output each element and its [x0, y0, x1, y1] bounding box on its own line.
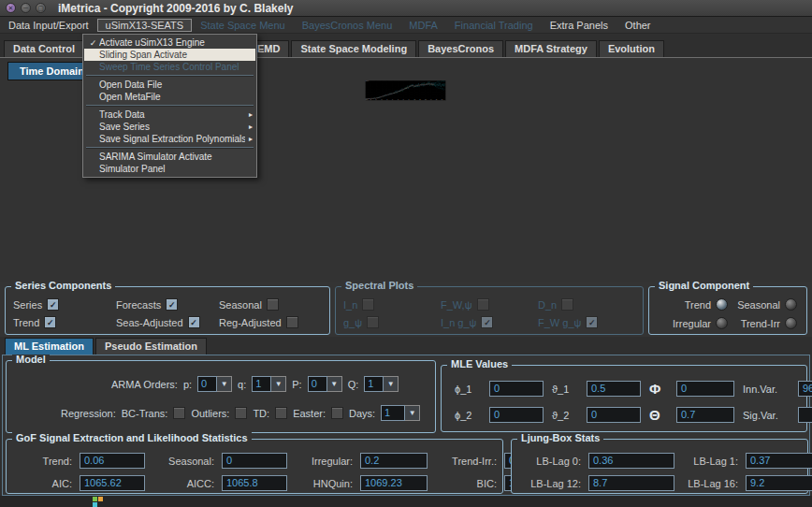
arma-combo-p[interactable]: 0▼	[197, 376, 232, 392]
combo-value: 1	[364, 376, 384, 392]
days-combo[interactable]: 1▼	[381, 405, 420, 421]
gof-field-aicc[interactable]: 1065.8	[222, 475, 287, 491]
lb-field-lb-lag-1[interactable]: 0.37	[746, 453, 812, 469]
mle-values-group: MLE Values ϕ_10ϑ_10.5Φ0Inn.Var.96.16ϕ_20…	[441, 365, 807, 432]
maximize-icon[interactable]: ▢	[36, 3, 46, 13]
menu-item-label: Open Data File	[99, 80, 245, 90]
menu-item-activate-usimx13-engine[interactable]: ✓Activate uSimX13 Engine	[84, 36, 255, 49]
gof-field-seasonal[interactable]: 0	[222, 453, 287, 469]
tab-evolution[interactable]: Evolution	[599, 40, 664, 57]
combo-arrow-icon[interactable]: ▼	[217, 376, 232, 392]
mle-field-1[interactable]: 0.5	[587, 381, 641, 397]
arma-combo-q[interactable]: 1▼	[252, 376, 286, 392]
lb-field-lb-lag-16[interactable]: 9.2	[746, 475, 812, 491]
menubar-item-extra-panels[interactable]: Extra Panels	[542, 19, 616, 32]
checkbox-item-forecasts: Forecasts✓	[116, 298, 219, 311]
radio-trend-irr[interactable]	[785, 317, 797, 329]
lb-field-lb-lag-12[interactable]: 8.7	[588, 475, 674, 491]
checkbox-forecasts[interactable]: ✓	[166, 298, 178, 311]
gof-field-aic[interactable]: 1065.62	[80, 475, 145, 491]
checkbox-d-n[interactable]	[561, 298, 573, 311]
reg-checkbox-easter[interactable]	[331, 407, 343, 419]
window-title: iMetrica - Copyright 2009-2016 by C. Bla…	[58, 2, 293, 15]
gof-label-bic: BIC:	[435, 478, 497, 489]
menu-item-save-signal-extraction-polynomials[interactable]: Save Signal Extraction Polynomials▸	[84, 133, 255, 145]
component-options-row: Series Components Series✓Forecasts✓Seaso…	[0, 282, 812, 337]
mle-label-: Θ	[649, 407, 668, 423]
checkbox-item-g: g_ψ	[343, 316, 441, 328]
reg-checkbox-bc-trans[interactable]	[173, 407, 185, 419]
menu-item-open-data-file[interactable]: Open Data File	[84, 79, 255, 91]
combo-arrow-icon[interactable]: ▼	[327, 376, 342, 392]
reg-checkbox-td[interactable]	[275, 407, 287, 419]
checkbox-series[interactable]: ✓	[47, 298, 59, 311]
checkbox-trend[interactable]: ✓	[44, 316, 56, 328]
mle-field-2[interactable]: 0	[587, 407, 641, 423]
menu-separator	[86, 105, 254, 107]
tab-pseudo-estimation[interactable]: Pseudo Estimation	[95, 338, 207, 355]
mle-field-[interactable]: 0.7	[676, 407, 734, 423]
radio-label: Seasonal	[737, 299, 780, 311]
gof-label-trend: Trend:	[14, 456, 72, 467]
lb-field-lb-lag-0[interactable]: 0.36	[588, 453, 674, 469]
arma-combo-p[interactable]: 0▼	[308, 376, 342, 392]
menu-item-sliding-span-activate[interactable]: Sliding Span Activate	[84, 49, 255, 61]
checkbox-i-n[interactable]	[362, 298, 374, 311]
combo-arrow-icon[interactable]: ▼	[405, 405, 420, 421]
gof-field-irregular[interactable]: 0.2	[360, 453, 428, 469]
checkbox-seas-adjusted[interactable]: ✓	[188, 316, 200, 328]
tab-bayescronos[interactable]: BayesCronos	[418, 40, 503, 57]
menubar-item-data-input-export[interactable]: Data Input/Export	[0, 19, 97, 32]
minimize-icon[interactable]: ─	[21, 3, 31, 13]
checkbox-f-w-g[interactable]: ✓	[586, 316, 598, 328]
tab-data-control[interactable]: Data Control	[4, 40, 84, 57]
radio-seasonal[interactable]	[785, 298, 797, 311]
checkbox-label: D_n	[538, 299, 557, 311]
mle-field-1[interactable]: 0	[489, 381, 544, 397]
checkbox-f-w[interactable]	[477, 298, 489, 311]
checkbox-g[interactable]	[367, 316, 379, 328]
arma-combo-q[interactable]: 1▼	[364, 376, 399, 392]
estimation-panel: Model ARMA Orders: p:0▼q:1▼P:0▼Q:1▼ Regr…	[2, 355, 810, 496]
svg-text:209.99: 209.99	[366, 80, 370, 81]
combo-arrow-icon[interactable]: ▼	[271, 376, 286, 392]
menu-item-track-data[interactable]: Track Data▸	[84, 109, 255, 121]
radio-irregular[interactable]	[716, 317, 728, 329]
tab-state-space-modeling[interactable]: State Space Modeling	[291, 40, 416, 57]
tab-mdfa-strategy[interactable]: MDFA Strategy	[505, 40, 597, 57]
arma-label-q: Q:	[348, 379, 359, 390]
gof-field-trend[interactable]: 0.06	[80, 453, 145, 469]
menu-separator	[86, 147, 254, 149]
checkbox-item-f-w-g: F_W g_ψ✓	[538, 316, 635, 328]
radio-trend[interactable]	[716, 298, 728, 311]
tab-ml-estimation[interactable]: ML Estimation	[5, 338, 94, 355]
status-strip	[0, 496, 812, 507]
mle-field-2[interactable]: 0	[489, 407, 544, 423]
gof-label-seasonal: Seasonal:	[152, 456, 214, 467]
checkbox-reg-adjusted[interactable]	[286, 316, 298, 328]
menubar: Data Input/ExportuSimX13-SEATSState Spac…	[0, 17, 812, 34]
lb-label-lb-lag-12: LB-Lag 12:	[521, 478, 581, 489]
menu-item-open-metafile[interactable]: Open MetaFile	[84, 91, 255, 103]
mle-field-[interactable]: 0	[676, 381, 734, 397]
reg-checkbox-outliers[interactable]	[235, 407, 247, 419]
gof-field-hnquin[interactable]: 1069.23	[360, 475, 428, 491]
mle-field-inn-var[interactable]: 96.16	[798, 381, 812, 397]
menu-item-save-series[interactable]: Save Series▸	[84, 121, 255, 133]
menu-item-sarima-simulator-activate[interactable]: SARIMA Simulator Activate	[84, 151, 255, 163]
submenu-arrow-icon: ▸	[245, 110, 253, 119]
titlebar: ✕ ─ ▢ iMetrica - Copyright 2009-2016 by …	[0, 0, 812, 17]
menu-item-simulator-panel[interactable]: Simulator Panel	[84, 163, 255, 175]
submenu-arrow-icon: ▸	[245, 123, 253, 131]
mle-field-sig-var[interactable]	[798, 407, 812, 423]
mle-label-1: ϑ_1	[552, 384, 578, 395]
menubar-item-other[interactable]: Other	[616, 19, 660, 32]
gof-group: GoF Signal Extraction and Likelihood Sta…	[6, 439, 503, 494]
combo-arrow-icon[interactable]: ▼	[384, 376, 399, 392]
checkbox-seasonal[interactable]	[267, 298, 279, 311]
checkbox-item-i-n: I_n	[343, 298, 441, 311]
close-icon[interactable]: ✕	[6, 3, 16, 13]
checkbox-i-n-g[interactable]: ✓	[481, 316, 493, 328]
menubar-item-usimx13-seats[interactable]: uSimX13-SEATS	[97, 19, 193, 32]
status-grip-icon	[93, 497, 104, 507]
